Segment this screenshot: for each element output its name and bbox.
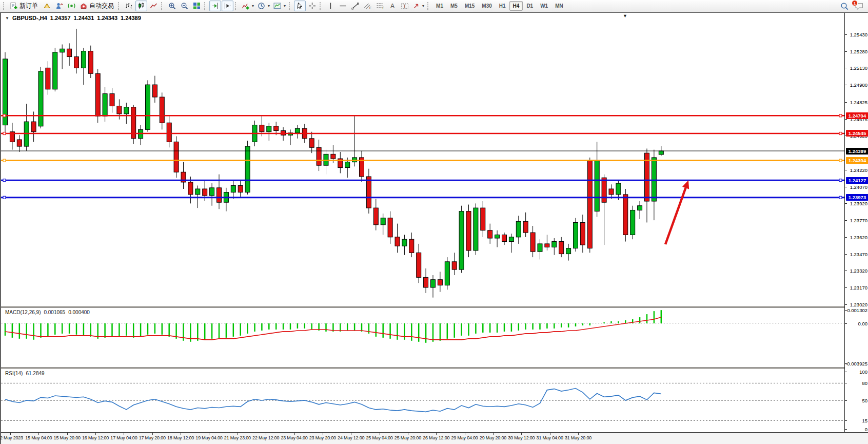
price-tick: 1.24070 xyxy=(850,184,867,190)
bar-chart-button[interactable] xyxy=(123,1,135,11)
rsi-chart xyxy=(1,369,844,432)
time-axis[interactable]: 12 May 202315 May 04:0015 May 20:0016 Ma… xyxy=(1,432,868,444)
price-marker-1.24304: 1.24304 xyxy=(846,157,868,164)
price-tick: 1.23020 xyxy=(850,302,867,307)
rsi-tick: 15 xyxy=(862,418,867,423)
chart-shift-button[interactable] xyxy=(222,1,233,11)
periods-icon xyxy=(258,2,266,10)
toolbar-grip xyxy=(289,2,291,10)
price-tick: 1.24980 xyxy=(850,82,867,88)
timeframe-m15-button[interactable]: M15 xyxy=(461,1,478,11)
rsi-pane[interactable]: RSI(14) 61.2849 xyxy=(1,369,844,432)
timeframe-mn-button[interactable]: MN xyxy=(551,1,567,11)
toolbar-grip xyxy=(320,2,322,10)
price-tick: 1.23170 xyxy=(850,285,867,291)
time-label: 16 May 12:00 xyxy=(82,435,109,440)
templates-icon xyxy=(273,2,282,10)
tile-windows-button[interactable] xyxy=(191,1,203,11)
price-tick: 1.23620 xyxy=(850,235,867,240)
arrows-tool-icon xyxy=(412,2,420,10)
macd-tick: 0.001302 xyxy=(847,307,867,313)
equidistant-channel-button[interactable]: E xyxy=(362,1,373,11)
macd-signal-value: 0.000400 xyxy=(68,310,90,315)
time-label: 17 May 04:00 xyxy=(110,435,137,440)
auto-scroll-button[interactable] xyxy=(209,1,221,11)
rsi-tick: 100 xyxy=(859,369,867,375)
sounds-button[interactable] xyxy=(66,1,77,11)
text-label-button[interactable]: T xyxy=(399,1,410,11)
vertical-line-button[interactable] xyxy=(325,1,337,11)
periods-button[interactable]: ▾ xyxy=(256,1,271,11)
price-tick: 1.25130 xyxy=(850,65,867,71)
market-watch-icon xyxy=(43,2,51,10)
timeframe-d1-button[interactable]: D1 xyxy=(523,1,537,11)
macd-tick: 0.00 xyxy=(858,321,868,326)
navigator-icon xyxy=(55,2,64,10)
timeframe-m5-button[interactable]: M5 xyxy=(447,1,461,11)
svg-text:A: A xyxy=(390,3,394,10)
market-watch-button[interactable] xyxy=(41,1,53,11)
timeframe-m30-button[interactable]: M30 xyxy=(478,1,495,11)
macd-main-value: 0.001065 xyxy=(44,310,65,315)
new-order-label: 新订单 xyxy=(19,2,39,10)
chart-shift-icon xyxy=(224,2,231,10)
search-icon[interactable] xyxy=(840,2,849,11)
timeframe-h4-button[interactable]: H4 xyxy=(509,1,523,11)
text-icon: A xyxy=(389,2,396,10)
price-tick: 1.25430 xyxy=(850,32,867,37)
templates-button[interactable]: ▾ xyxy=(272,1,287,11)
chart-shift-marker-icon[interactable]: ▼ xyxy=(623,13,627,18)
svg-text:T: T xyxy=(403,4,406,9)
zoom-out-button[interactable] xyxy=(179,1,190,11)
timeframe-m1-button[interactable]: M1 xyxy=(432,1,447,11)
price-axis[interactable]: 1.254301.252801.251301.249801.248251.246… xyxy=(844,13,868,432)
new-order-button[interactable]: 新订单 xyxy=(8,1,41,11)
timeframe-w1-button[interactable]: W1 xyxy=(537,1,551,11)
navigator-button[interactable] xyxy=(53,1,65,11)
time-label: 15 May 04:00 xyxy=(25,435,52,440)
text-button[interactable]: A xyxy=(386,1,398,11)
messages-button[interactable]: 1 xyxy=(854,2,864,11)
candles-layer xyxy=(3,29,664,298)
svg-text:E: E xyxy=(369,6,372,10)
rsi-line xyxy=(5,388,661,412)
horizontal-line-button[interactable] xyxy=(337,1,349,11)
indicators-button[interactable]: ▾ xyxy=(240,1,255,11)
rsi-name: RSI(14) xyxy=(5,371,23,376)
macd-pane[interactable]: MACD(12,26,9) 0.001065 0.000400 xyxy=(1,308,844,367)
cursor-button[interactable] xyxy=(294,1,306,11)
auto-scroll-icon xyxy=(211,2,219,10)
time-label: 22 May 12:00 xyxy=(252,435,279,440)
vertical-line-icon xyxy=(327,2,334,10)
trendline-button[interactable] xyxy=(349,1,361,11)
rsi-tick: 0 xyxy=(865,427,867,432)
timeframe-h1-button[interactable]: H1 xyxy=(496,1,509,11)
zoom-out-icon xyxy=(181,2,189,10)
price-tick: 1.23770 xyxy=(850,218,867,223)
periods-caret-icon: ▾ xyxy=(268,4,270,8)
arrows-tool-button[interactable]: ▾ xyxy=(411,1,426,11)
crosshair-button[interactable] xyxy=(306,1,318,11)
macd-label-row: MACD(12,26,9) 0.001065 0.000400 xyxy=(5,310,90,315)
main-chart-pane[interactable]: ▼ GBPUSD-,H4 1.24357 1.24431 1.24343 1.2… xyxy=(1,13,844,306)
zoom-in-button[interactable] xyxy=(166,1,178,11)
chart-symbol-period: GBPUSD-,H4 xyxy=(12,15,47,21)
time-label: 31 May 20:00 xyxy=(565,435,591,440)
collapse-arrow-icon[interactable]: ▼ xyxy=(5,16,9,21)
text-label-icon: T xyxy=(401,2,409,10)
chart-window: ▼ GBPUSD-,H4 1.24357 1.24431 1.24343 1.2… xyxy=(0,12,868,444)
time-label: 18 May 12:00 xyxy=(167,435,194,440)
candlestick-chart-button[interactable] xyxy=(135,1,147,11)
rsi-tick: 50 xyxy=(862,398,867,403)
line-chart-button[interactable] xyxy=(148,1,160,11)
trend-arrow-annotation[interactable] xyxy=(665,180,689,244)
fibonacci-button[interactable]: F xyxy=(374,1,386,11)
time-label: 26 May 12:00 xyxy=(423,435,449,440)
time-label: 25 May 04:00 xyxy=(366,435,392,440)
candlestick-chart xyxy=(1,13,844,306)
autotrading-button[interactable]: 自动交易 xyxy=(78,1,116,11)
mt4-terminal: 新订单 自动交易 xyxy=(0,0,868,444)
toolbar-grip xyxy=(3,2,6,10)
ohlc-high: 1.24431 xyxy=(74,15,94,21)
arrows-caret-icon: ▾ xyxy=(422,4,424,8)
